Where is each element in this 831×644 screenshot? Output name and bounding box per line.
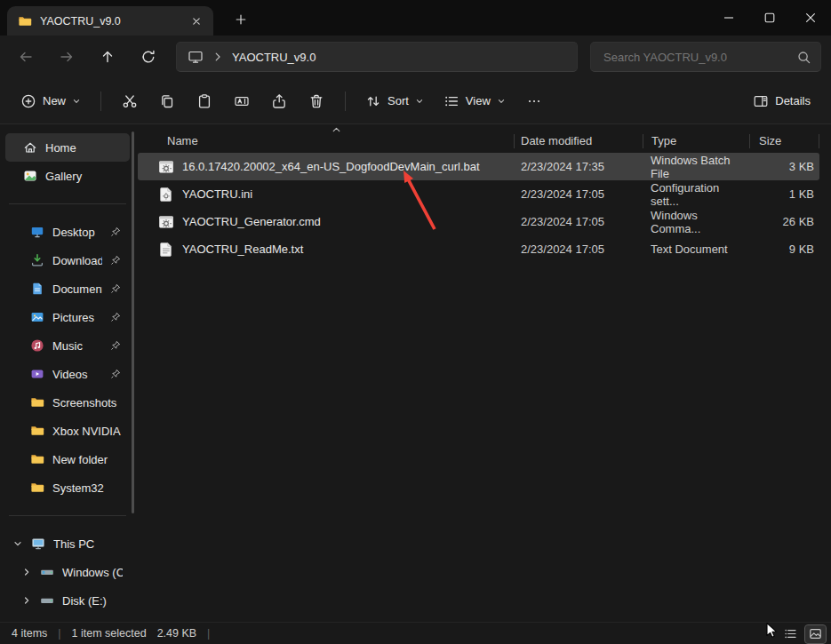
file-row-ini[interactable]: YAOCTRU.ini 2/23/2024 17:05 Configuratio… <box>138 180 819 208</box>
file-size-cell: 1 KB <box>749 187 819 201</box>
file-row-bat[interactable]: 16.0.17420.20002_x64_en-US_DogfoodDevMai… <box>138 153 819 180</box>
back-button[interactable] <box>9 42 43 72</box>
folder-icon <box>30 452 44 466</box>
sidebar-item-label: Documents <box>52 282 102 296</box>
up-button[interactable] <box>91 42 124 72</box>
sidebar-item-label: Music <box>52 339 102 353</box>
paste-button[interactable] <box>188 85 221 117</box>
details-pane-icon <box>753 93 769 109</box>
file-type-cell: Text Document <box>643 242 749 256</box>
desktop-icon <box>30 225 44 239</box>
sidebar-item-home[interactable]: Home <box>5 133 130 162</box>
file-date-cell: 2/23/2024 17:35 <box>514 160 643 173</box>
sort-arrows-icon <box>365 93 381 109</box>
view-button[interactable]: View <box>435 85 514 117</box>
sidebar-scrollbar[interactable] <box>132 131 134 513</box>
refresh-button[interactable] <box>132 42 165 72</box>
copy-button[interactable] <box>150 85 184 117</box>
delete-button[interactable] <box>300 85 333 117</box>
arrow-left-icon <box>18 49 34 65</box>
forward-button[interactable] <box>50 42 84 72</box>
thumbnails-view-toggle[interactable] <box>805 625 826 643</box>
file-name-cell: YAOCTRU.ini <box>138 187 514 203</box>
sidebar-item-desktop[interactable]: Desktop <box>5 218 130 246</box>
sidebar-item-documents[interactable]: Documents <box>5 274 130 303</box>
share-button[interactable] <box>262 85 296 117</box>
explorer-tab[interactable]: YAOCTRU_v9.0 <box>7 6 213 36</box>
more-options-button[interactable] <box>517 85 551 117</box>
new-tab-button[interactable] <box>229 8 252 31</box>
videos-icon <box>30 367 44 381</box>
chevron-right-icon[interactable] <box>21 595 32 606</box>
sidebar-item-this-pc[interactable]: This PC <box>5 529 130 558</box>
scissors-icon <box>122 93 138 109</box>
chevron-right-icon[interactable] <box>21 567 32 577</box>
file-type-cell: Windows Batch File <box>643 154 749 180</box>
sidebar-item-music[interactable]: Music <box>5 331 130 360</box>
folder-icon <box>30 395 44 409</box>
titlebar: YAOCTRU_v9.0 <box>0 0 831 36</box>
details-view-toggle[interactable] <box>780 625 801 643</box>
search-icon[interactable] <box>796 50 811 65</box>
view-button-label: View <box>466 94 491 107</box>
view-list-icon <box>443 93 459 109</box>
file-row-txt[interactable]: YAOCTRU_ReadMe.txt 2/23/2024 17:05 Text … <box>138 235 819 263</box>
file-name-cell: 16.0.17420.20002_x64_en-US_DogfoodDevMai… <box>138 159 514 175</box>
maximize-icon <box>762 10 778 26</box>
sidebar-item-downloads[interactable]: Downloads <box>5 246 130 274</box>
file-type-cell: Windows Comma... <box>643 209 749 235</box>
close-button[interactable] <box>790 0 831 36</box>
tab-title: YAOCTRU_v9.0 <box>40 15 179 28</box>
ellipsis-icon <box>526 93 542 109</box>
address-bar[interactable]: YAOCTRU_v9.0 <box>176 42 578 72</box>
sidebar-item-system32[interactable]: System32 <box>5 473 130 502</box>
ini-file-icon <box>158 187 174 203</box>
sidebar-item-label: Gallery <box>45 170 123 183</box>
column-header-date-modified[interactable]: Date modified <box>515 134 643 147</box>
sidebar-item-pictures[interactable]: Pictures <box>5 303 130 331</box>
chevron-down-icon <box>415 97 424 106</box>
maximize-button[interactable] <box>749 0 790 36</box>
drive-windows-icon <box>40 565 54 579</box>
command-toolbar: New Sort View Details <box>0 78 831 124</box>
sidebar-item-new-folder[interactable]: New folder <box>5 445 130 473</box>
sidebar-item-xbox-nvidia[interactable]: Xbox NVIDIA St <box>5 417 130 445</box>
breadcrumb[interactable]: YAOCTRU_v9.0 <box>232 51 316 64</box>
tab-close-button[interactable] <box>187 12 206 31</box>
minimize-button[interactable] <box>708 0 749 36</box>
search-input[interactable] <box>603 51 796 64</box>
sort-button[interactable]: Sort <box>357 85 432 117</box>
column-header-size[interactable]: Size <box>750 134 819 147</box>
sidebar-item-label: Windows (C:) <box>62 566 123 579</box>
sidebar-item-gallery[interactable]: Gallery <box>5 162 130 190</box>
sidebar-item-label: Disk (E:) <box>62 594 123 608</box>
rename-icon <box>234 93 250 109</box>
monitor-icon <box>188 49 204 65</box>
new-button[interactable]: New <box>12 85 89 117</box>
file-row-cmd[interactable]: YAOCTRU_Generator.cmd 2/23/2024 17:05 Wi… <box>138 208 819 235</box>
chevron-down-icon[interactable] <box>12 538 23 549</box>
clipboard-icon <box>196 93 212 109</box>
file-name: YAOCTRU.ini <box>182 187 252 201</box>
sidebar-separator <box>9 203 126 204</box>
sidebar-item-screenshots[interactable]: Screenshots <box>5 388 130 417</box>
column-header-name[interactable]: Name <box>138 134 514 147</box>
arrow-up-icon <box>100 49 116 65</box>
sidebar-item-videos[interactable]: Videos <box>5 360 130 388</box>
refresh-icon <box>140 49 156 65</box>
column-divider[interactable] <box>819 134 819 148</box>
music-icon <box>30 338 44 353</box>
sidebar-item-windows-c[interactable]: Windows (C:) <box>5 558 130 586</box>
arrow-right-icon <box>59 49 75 65</box>
share-icon <box>271 93 287 109</box>
details-pane-button[interactable]: Details <box>745 85 819 117</box>
cut-button[interactable] <box>113 85 147 117</box>
sidebar-item-label: Pictures <box>52 311 102 324</box>
rename-button[interactable] <box>225 85 259 117</box>
folder-icon <box>30 481 44 495</box>
column-header-type[interactable]: Type <box>643 134 749 147</box>
this-pc-icon <box>31 537 45 551</box>
toolbar-separator <box>345 91 346 111</box>
file-name: 16.0.17420.20002_x64_en-US_DogfoodDevMai… <box>182 160 480 173</box>
sidebar-item-disk-e[interactable]: Disk (E:) <box>5 586 130 615</box>
